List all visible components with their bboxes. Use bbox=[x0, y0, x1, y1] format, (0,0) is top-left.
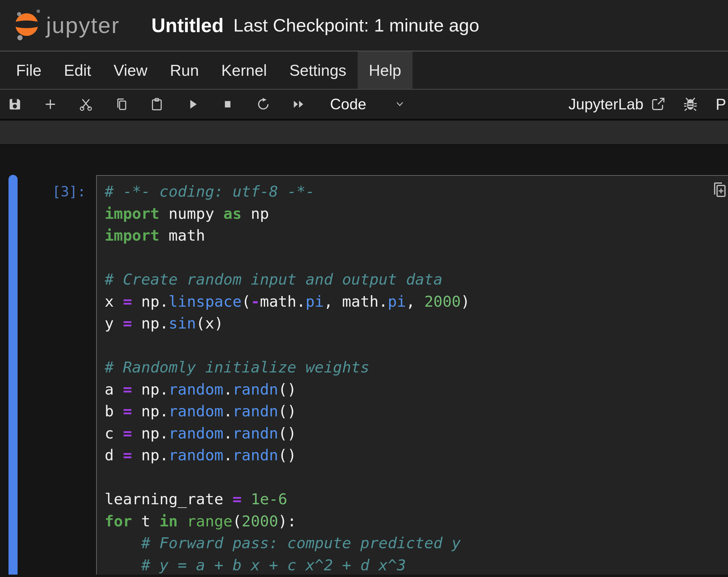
debugger-button[interactable] bbox=[683, 97, 698, 112]
code-line bbox=[105, 247, 728, 269]
menu-item-run[interactable]: Run bbox=[159, 52, 210, 89]
code-line: # y = a + b x + c x^2 + d x^3 bbox=[105, 554, 728, 575]
restart-run-all-button[interactable] bbox=[292, 97, 306, 111]
jupyter-logo-icon bbox=[11, 7, 41, 43]
code-line: # Create random input and output data bbox=[105, 269, 728, 291]
code-line: import numpy as np bbox=[105, 203, 728, 225]
code-line: b = np.random.randn() bbox=[105, 400, 728, 422]
copy-cell-icon bbox=[114, 97, 128, 111]
code-line: for t in range(2000): bbox=[105, 510, 728, 532]
add-cell-icon bbox=[43, 97, 57, 111]
save-icon bbox=[8, 97, 22, 111]
toolbar-right: JupyterLab P bbox=[568, 95, 727, 113]
menu-item-help[interactable]: Help bbox=[358, 52, 413, 89]
code-line bbox=[105, 466, 728, 489]
code-line bbox=[105, 335, 728, 357]
jupyterlab-link-label: JupyterLab bbox=[568, 95, 643, 113]
duplicate-cell-button[interactable] bbox=[711, 181, 727, 199]
cell-selection-bar[interactable] bbox=[8, 175, 18, 575]
interrupt-kernel-button[interactable] bbox=[221, 97, 235, 111]
code-line: learning_rate = 1e-6 bbox=[105, 488, 728, 510]
cut-cell-button[interactable] bbox=[79, 97, 93, 111]
duplicate-cell-icon bbox=[711, 181, 727, 199]
toolbar: Code JupyterLab P bbox=[0, 90, 728, 119]
restart-kernel-icon bbox=[256, 97, 270, 111]
menu-item-kernel[interactable]: Kernel bbox=[210, 52, 278, 89]
save-button[interactable] bbox=[8, 97, 22, 111]
external-link-icon bbox=[650, 97, 666, 112]
restart-kernel-button[interactable] bbox=[256, 97, 270, 111]
code-area[interactable]: # -*- coding: utf-8 -*-import numpy as n… bbox=[97, 176, 728, 575]
code-line: c = np.random.randn() bbox=[105, 422, 728, 445]
notebook-area: [3]: # -*- coding: utf-8 -*-import numpy… bbox=[0, 145, 728, 575]
cut-cell-icon bbox=[79, 97, 93, 111]
code-line: x = np.linspace(-math.pi, math.pi, 2000) bbox=[105, 291, 728, 313]
execution-count: [3]: bbox=[0, 181, 86, 203]
code-line: y = np.sin(x) bbox=[105, 312, 728, 335]
code-line: # Randomly initialize weights bbox=[105, 356, 728, 379]
menu-item-view[interactable]: View bbox=[102, 52, 159, 89]
checkpoint-status: Last Checkpoint: 1 minute ago bbox=[233, 15, 479, 36]
add-cell-button[interactable] bbox=[43, 97, 57, 111]
notebook-panel-strip bbox=[0, 120, 728, 145]
header: jupyter Untitled Last Checkpoint: 1 minu… bbox=[0, 0, 728, 52]
kernel-name[interactable]: P bbox=[716, 95, 726, 113]
code-line: # -*- coding: utf-8 -*- bbox=[105, 181, 728, 203]
menu-bar: FileEditViewRunKernelSettingsHelp bbox=[0, 52, 728, 90]
menu-item-edit[interactable]: Edit bbox=[53, 52, 103, 89]
copy-cell-button[interactable] bbox=[114, 97, 128, 111]
menu-item-settings[interactable]: Settings bbox=[278, 52, 358, 89]
jupyter-wordmark: jupyter bbox=[46, 12, 120, 38]
stop-icon bbox=[221, 97, 235, 111]
run-icon bbox=[185, 97, 199, 111]
menu-item-file[interactable]: File bbox=[5, 52, 53, 89]
code-line: import math bbox=[105, 224, 728, 247]
jupyter-logo[interactable]: jupyter bbox=[11, 7, 151, 43]
open-in-jupyterlab-link[interactable]: JupyterLab bbox=[568, 95, 666, 113]
code-line: d = np.random.randn() bbox=[105, 444, 728, 466]
cell-type-dropdown[interactable]: Code bbox=[330, 95, 405, 113]
bug-icon bbox=[683, 97, 698, 112]
jupyter-notebook-app: { "header": { "logo_label": "jupyter", "… bbox=[0, 0, 728, 577]
chevron-down-icon bbox=[395, 99, 405, 109]
run-cell-button[interactable] bbox=[185, 97, 199, 111]
cell-type-value: Code bbox=[330, 95, 366, 113]
paste-cell-icon bbox=[150, 97, 164, 111]
code-line: # Forward pass: compute predicted y bbox=[105, 532, 728, 554]
paste-cell-button[interactable] bbox=[150, 97, 164, 111]
code-line: a = np.random.randn() bbox=[105, 379, 728, 401]
notebook-title[interactable]: Untitled bbox=[151, 14, 224, 37]
code-cell[interactable]: # -*- coding: utf-8 -*-import numpy as n… bbox=[96, 175, 728, 575]
restart-run-all-icon bbox=[292, 97, 306, 111]
